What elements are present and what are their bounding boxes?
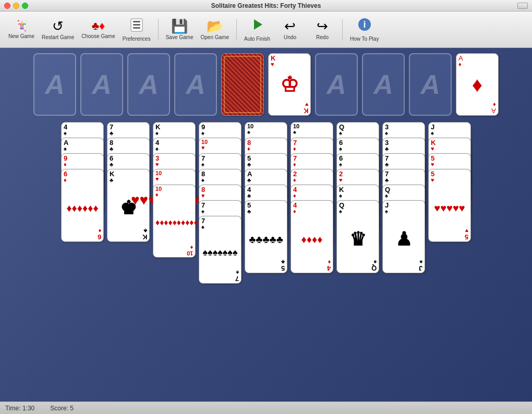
save-label: Save Game	[166, 34, 194, 40]
save-game-button[interactable]: 💾 Save Game	[163, 14, 197, 45]
redo-label: Redo	[316, 34, 329, 40]
redo-icon: ↪	[317, 19, 328, 33]
preferences-button[interactable]: Preferences	[119, 14, 154, 45]
card-4-diamonds-6b[interactable]: 4♦ ♦♦♦♦ 4♦	[291, 200, 333, 273]
sep3	[342, 19, 343, 40]
undo-label: Undo	[284, 34, 296, 40]
tableau-col-8: 3♠ 3♠ 3♣ 3♣ 7♣ 7♣ 7♣ 7♣ Q♠ 🂭 Q♠ J♠	[382, 122, 425, 273]
restart-game-button[interactable]: ↺ Restart Game	[39, 14, 77, 45]
sep1	[158, 19, 159, 40]
redo-button[interactable]: ↪ Redo	[307, 14, 338, 45]
close-button[interactable]	[4, 3, 10, 9]
auto-finish-label: Auto Finish	[244, 36, 270, 42]
restart-label: Restart Game	[42, 34, 74, 40]
window-title: Solitaire Greatest Hits: Forty Thieves	[211, 2, 321, 9]
preferences-icon	[129, 18, 144, 34]
save-icon: 💾	[171, 19, 188, 33]
toolbar: 🃏 New Game ↺ Restart Game ♣♦ Choose Game…	[0, 11, 532, 48]
foundation-slot-4[interactable]: A	[174, 53, 217, 116]
foundation-slot-9[interactable]: A	[409, 53, 452, 116]
open-game-button[interactable]: 📂 Open Game	[197, 14, 232, 45]
card-q-spades-7b[interactable]: Q♠ ♛ Q♠	[336, 200, 379, 273]
card-5-clubs-5b[interactable]: 5♣ ♣♣♣♣♣ 5♣	[245, 200, 287, 273]
svg-text:i: i	[363, 19, 366, 30]
svg-rect-1	[133, 21, 140, 22]
svg-rect-2	[133, 24, 140, 26]
restart-icon: ↺	[52, 19, 64, 33]
undo-icon: ↩	[284, 19, 296, 33]
tableau-col-7: Q♠ Q♠ 6♠ 6♠ 6♠ 6♠ 2♥ 2♥ K♠ ♛ Q♠ Q♠	[336, 122, 379, 273]
choose-game-icon: ♣♦	[92, 20, 105, 32]
preferences-label: Preferences	[123, 36, 151, 42]
foundation-slot-2[interactable]: A	[80, 53, 123, 116]
open-icon: 📂	[207, 19, 223, 33]
card-10-diamonds-3[interactable]: 10♦ ♦♦♦♦♦♦♦♦♦♦ 10♦	[153, 185, 196, 258]
score-display: Score: 5	[50, 405, 74, 412]
minimize-button[interactable]	[13, 3, 19, 9]
time-display: Time: 1:30	[5, 405, 34, 412]
undo-button[interactable]: ↩ Undo	[274, 14, 306, 45]
card-7-spades-4c[interactable]: 7♠ ♠♠♠♠♠♠♠ 7♠	[199, 216, 241, 284]
how-to-play-button[interactable]: i How To Play	[347, 14, 382, 45]
maximize-button[interactable]	[22, 3, 28, 9]
traffic-lights	[4, 3, 28, 9]
tableau-col-4: 9♠ 9♠ 10♥ 10♥ 7♠ 7♠ 8♠ 8♠ 8♥ 8♥ 7♠ 7♠	[199, 122, 241, 273]
choose-game-button[interactable]: ♣♦ Choose Game	[78, 14, 118, 45]
card-5-hearts-9b[interactable]: 5♥ ♥♥♥♥♥ 5♥	[428, 169, 471, 242]
sep2	[236, 19, 237, 40]
window-control	[517, 3, 528, 9]
stock-pile[interactable]	[221, 53, 264, 116]
new-game-label: New Game	[8, 33, 34, 39]
tableau-col-5: 10♠ 10♠ 8♦ 8♦ 5♣ 5♣ A♣ A♣ 4♣ 4♣ 5♣ ♣♣♣♣♣	[245, 122, 287, 268]
auto-finish-icon	[250, 17, 264, 34]
game-area: A A A A K ♥ ♔ K ♥ A	[0, 48, 532, 401]
foundation-slot-1[interactable]: A	[33, 53, 76, 116]
new-game-button[interactable]: 🃏 New Game	[5, 14, 38, 45]
tableau-col-6: 10♠ 10♠ 7♦ 7♦ 7♦ 7♦ 2♦ 2♦ 4♦ 4♦ 4♦ ♦♦♦♦	[291, 122, 333, 268]
foundation-slot-7[interactable]: A	[315, 53, 358, 116]
foundation-king-hearts[interactable]: K ♥ ♔ K ♥	[268, 53, 311, 116]
foundation-row: A A A A K ♥ ♔ K ♥ A	[5, 53, 527, 116]
titlebar: Solitaire Greatest Hits: Forty Thieves	[0, 0, 532, 11]
open-label: Open Game	[200, 34, 228, 40]
svg-rect-3	[133, 27, 140, 29]
choose-game-label: Choose Game	[81, 33, 115, 39]
tableau-col-2: 7♣ 7♣ 8♣ 8♣ 6♣ 6♣ K♣ ♚ K♣	[107, 122, 150, 247]
new-game-icon: 🃏	[15, 20, 29, 32]
tableau-col-1: 4♠ 4♠ A♠ A♠ 9♦ 9♦ ♦♦♦♦♦♦♦♦♦ 6♦ ♦♦♦♦♦♦ 6♦	[61, 122, 104, 242]
card-j-spades-8[interactable]: J♠ ♟ J♠	[382, 200, 425, 273]
tableau-col-3: K♠ K♠ 4♠ 4♠ 3♥ 3♥ 10♥ ♥♥♥♥♥♥♥♥♥♥ 10♥ 10♦…	[153, 122, 196, 258]
tableau-col-9: J♠ J♠ K♥ K♥ 5♥ 5♥ 5♥ ♥♥♥♥♥ 5♥	[428, 122, 471, 263]
info-icon: i	[357, 17, 372, 34]
svg-marker-4	[254, 19, 262, 30]
auto-finish-button[interactable]: Auto Finish	[241, 14, 273, 45]
card-6-diamonds[interactable]: 6♦ ♦♦♦♦♦♦ 6♦	[61, 169, 104, 242]
foundation-slot-3[interactable]: A	[127, 53, 170, 116]
foundation-ace-diamonds[interactable]: A ♦ ♦ A ♦	[456, 53, 499, 116]
tableau-row: 4♠ 4♠ A♠ A♠ 9♦ 9♦ ♦♦♦♦♦♦♦♦♦ 6♦ ♦♦♦♦♦♦ 6♦	[5, 122, 527, 273]
how-to-play-label: How To Play	[350, 36, 379, 42]
foundation-slot-8[interactable]: A	[362, 53, 405, 116]
statusbar: Time: 1:30 Score: 5	[0, 401, 532, 414]
